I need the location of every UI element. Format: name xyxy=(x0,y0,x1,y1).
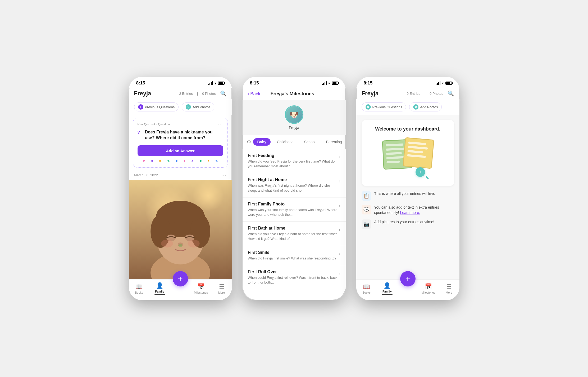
milestone-content-1: First Night at Home When was Freyja's fi… xyxy=(248,177,339,193)
phone3-header-right: 0 Entries | 0 Photos 🔍 xyxy=(407,90,454,97)
add-photos-pill[interactable]: 0 Add Photos xyxy=(182,102,214,111)
milestone-first-bath[interactable]: First Bath at Home When did you give Fre… xyxy=(243,222,346,246)
milestone-first-feeding[interactable]: First Feeding When did you feed Freyja f… xyxy=(243,149,346,173)
wifi-icon-2: ▾ xyxy=(328,81,330,85)
fab-add-button-3[interactable]: + xyxy=(400,271,416,286)
milestones-title: Freyja's Milestones xyxy=(260,91,325,97)
dots-menu[interactable]: ··· xyxy=(218,122,223,127)
prev-questions-pill-3[interactable]: 0 Previous Questions xyxy=(362,102,406,111)
family-icon-1: 👤 xyxy=(156,282,163,289)
chevron-icon-2: › xyxy=(339,203,340,208)
cat-tab-parenting[interactable]: Parenting xyxy=(322,138,346,146)
phone1-header: Freyja 2 Entries | 0 Photos 🔍 xyxy=(129,88,232,99)
feature-item-extra: 💬 You can also add or text in extra entr… xyxy=(362,205,454,215)
milestone-first-family-photo[interactable]: First Family Photo When was your first f… xyxy=(243,198,346,222)
feature-item-entries: 📋 This is where all your entries will li… xyxy=(362,191,454,201)
svg-point-12 xyxy=(178,244,182,247)
fab-add-button[interactable]: + xyxy=(173,271,188,286)
question-card-header: New Qeepsake Question ··· xyxy=(138,122,223,127)
chevron-icon-1: › xyxy=(339,178,340,184)
welcome-title: Welcome to your dashboard. xyxy=(367,126,449,132)
milestones-label-1: Milestones xyxy=(194,291,208,294)
nav-more-1[interactable]: ☰ More xyxy=(212,283,231,294)
battery-icon-2 xyxy=(332,82,338,85)
learn-more-link[interactable]: Learn more. xyxy=(400,210,420,215)
back-button[interactable]: ‹ Back xyxy=(248,91,260,97)
nav-active-indicator-3 xyxy=(382,294,393,295)
svg-point-11 xyxy=(188,240,199,248)
more-icon-3: ☰ xyxy=(446,283,452,290)
milestones-icon-3: 📅 xyxy=(425,283,432,290)
confetti-decoration xyxy=(138,158,223,164)
add-answer-button[interactable]: Add an Answer xyxy=(138,145,223,156)
milestone-first-smile[interactable]: First Smile When did Freyja first smile?… xyxy=(243,246,346,265)
milestone-content-5: First Roll Over When could Freyja first … xyxy=(248,270,339,285)
photos-count-3: 0 Photos xyxy=(430,92,443,96)
milestone-title-5: First Roll Over xyxy=(248,270,339,274)
chevron-icon-4: › xyxy=(339,251,340,257)
child-photo xyxy=(129,180,232,279)
milestone-desc-0: When did you feed Freyja for the very fi… xyxy=(248,159,339,169)
time-1: 8:15 xyxy=(136,80,145,86)
nav-books-3[interactable]: 📖 Books xyxy=(357,283,376,294)
plus-search-icon: + xyxy=(416,167,425,177)
milestone-content-0: First Feeding When did you feed Freyja f… xyxy=(248,153,339,169)
nav-milestones-1[interactable]: 📅 Milestones xyxy=(192,283,210,294)
back-chevron-icon: ‹ xyxy=(248,91,249,97)
cat-tab-childhood[interactable]: Childhood xyxy=(273,138,298,146)
more-label-3: More xyxy=(446,291,452,294)
entries-count: 2 Entries xyxy=(179,92,193,96)
milestone-first-night[interactable]: First Night at Home When was Freyja's fi… xyxy=(243,173,346,197)
milestone-first-roll-over[interactable]: First Roll Over When could Freyja first … xyxy=(243,265,346,289)
signal-icon-1 xyxy=(208,81,213,85)
phone-1: 8:15 ▾ Freyja 2 Entries | 0 Photos xyxy=(129,77,232,300)
profile-avatar: 🐶 xyxy=(285,105,303,124)
chevron-icon-5: › xyxy=(339,271,340,276)
category-tabs: ⚙ Baby Childhood School Parenting xyxy=(243,135,346,149)
photo-area xyxy=(129,180,232,279)
welcome-card: Welcome to your dashboard. xyxy=(362,120,454,186)
nav-milestones-3[interactable]: 📅 Milestones xyxy=(419,283,438,294)
feed-date: March 30, 2022 ··· xyxy=(129,171,232,180)
prev-questions-num-3: 0 xyxy=(366,104,371,110)
milestone-title-3: First Bath at Home xyxy=(248,226,339,231)
pill-buttons-3: 0 Previous Questions 0 Add Photos xyxy=(356,99,459,115)
add-photos-pill-3[interactable]: 0 Add Photos xyxy=(409,102,442,111)
time-2: 8:15 xyxy=(250,80,259,86)
phone-3: 8:15 ▾ Freyja 0 Entries | 0 Photos xyxy=(356,77,459,300)
feature-icon-camera: 📷 xyxy=(362,219,371,229)
nav-family-1[interactable]: 👤 Family xyxy=(151,282,169,295)
add-photos-label-3: Add Photos xyxy=(420,105,438,109)
milestone-content-2: First Family Photo When was your first f… xyxy=(248,202,339,217)
illustration-area: + xyxy=(367,137,449,179)
feature-icon-book: 📋 xyxy=(362,191,371,201)
separator: | xyxy=(197,92,198,96)
cat-tab-baby[interactable]: Baby xyxy=(253,138,271,146)
feed-dots-menu[interactable]: ··· xyxy=(221,173,226,178)
add-photos-label: Add Photos xyxy=(193,105,210,109)
search-icon[interactable]: 🔍 xyxy=(220,90,227,97)
feature-text-3: Add pictures to your entries anytime! xyxy=(374,219,434,225)
status-bar-2: 8:15 ▾ xyxy=(243,77,346,88)
time-3: 8:15 xyxy=(364,80,373,86)
settings-icon[interactable]: ⚙ xyxy=(247,139,251,145)
milestone-desc-4: When did Freyja first smile? What was sh… xyxy=(248,256,339,261)
search-icon-3[interactable]: 🔍 xyxy=(448,90,454,97)
nav-books-1[interactable]: 📖 Books xyxy=(130,283,148,294)
question-text: ? Does Freyja have a nickname you use? W… xyxy=(138,129,223,141)
prev-questions-label: Previous Questions xyxy=(145,105,175,109)
dashboard-content: Welcome to your dashboard. xyxy=(356,115,459,279)
status-icons-3: ▾ xyxy=(436,81,452,85)
status-icons-1: ▾ xyxy=(208,81,225,85)
nav-more-3[interactable]: ☰ More xyxy=(440,283,458,294)
cat-tab-school[interactable]: School xyxy=(300,138,320,146)
status-bar-3: 8:15 ▾ xyxy=(356,77,459,88)
nav-family-3[interactable]: 👤 Family xyxy=(378,282,396,295)
phone1-header-right: 2 Entries | 0 Photos 🔍 xyxy=(179,90,226,97)
milestone-list: First Feeding When did you feed Freyja f… xyxy=(243,149,346,300)
profile-name: Freyja xyxy=(289,125,299,130)
prev-questions-pill[interactable]: 1 Previous Questions xyxy=(134,102,179,111)
phone-2: 8:15 ▾ ‹ Back Freyja's Milestones xyxy=(243,77,346,300)
milestone-title-0: First Feeding xyxy=(248,153,339,158)
milestone-desc-5: When could Freyja first roll over? Was i… xyxy=(248,275,339,285)
